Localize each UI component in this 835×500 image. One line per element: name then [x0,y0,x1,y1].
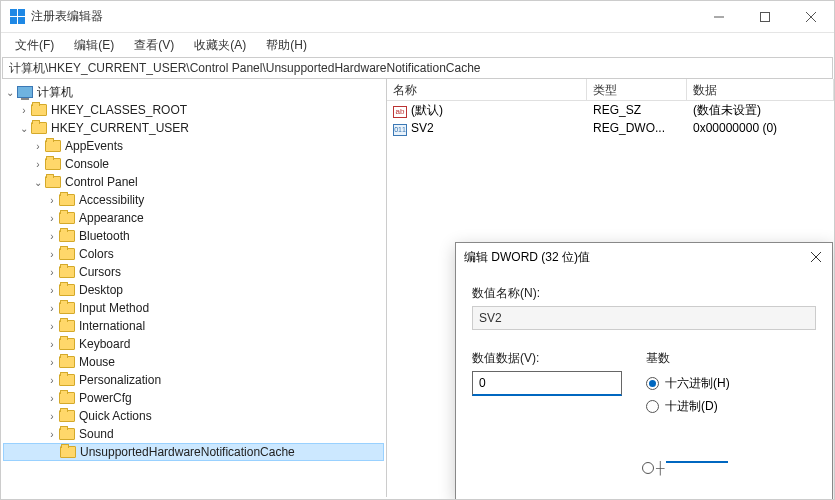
address-text: 计算机\HKEY_CURRENT_USER\Control Panel\Unsu… [9,60,481,77]
tree-node[interactable]: ›Sound [3,425,384,443]
chevron-right-icon[interactable]: › [45,411,59,422]
dialog-title: 编辑 DWORD (32 位)值 [464,249,800,266]
tree-node[interactable]: ›Appearance [3,209,384,227]
chevron-down-icon[interactable]: ⌄ [31,177,45,188]
col-data[interactable]: 数据 [687,79,834,100]
tree-label: Personalization [79,373,161,387]
menu-favorites[interactable]: 收藏夹(A) [186,35,254,56]
value-name-field[interactable]: SV2 [472,306,816,330]
chevron-right-icon[interactable]: › [45,267,59,278]
tree-node[interactable]: ›Accessibility [3,191,384,209]
tree-node[interactable]: ›PowerCfg [3,389,384,407]
menu-edit[interactable]: 编辑(E) [66,35,122,56]
edit-dword-dialog: 编辑 DWORD (32 位)值 数值名称(N): SV2 数值数据(V): 基… [455,242,833,500]
chevron-right-icon[interactable]: › [31,141,45,152]
tree-node-hkcr[interactable]: › HKEY_CLASSES_ROOT [3,101,384,119]
minimize-icon [714,12,724,22]
col-name[interactable]: 名称 [387,79,587,100]
chevron-right-icon[interactable]: › [45,231,59,242]
chevron-right-icon[interactable]: › [17,105,31,116]
window-title: 注册表编辑器 [31,8,103,25]
tree-node[interactable]: ›Personalization [3,371,384,389]
folder-icon [31,122,47,134]
tree-label: Mouse [79,355,115,369]
chevron-right-icon[interactable]: › [45,249,59,260]
minimize-button[interactable] [696,1,742,33]
tree-node[interactable]: ›AppEvents [3,137,384,155]
folder-icon [59,266,75,278]
tree-label: International [79,319,145,333]
list-row[interactable]: 011SV2REG_DWO...0x00000000 (0) [387,119,834,137]
address-bar[interactable]: 计算机\HKEY_CURRENT_USER\Control Panel\Unsu… [2,57,833,79]
close-button[interactable] [788,1,834,33]
chevron-right-icon[interactable]: › [45,303,59,314]
value-data-field[interactable] [472,371,622,396]
radix-dec-radio[interactable]: 十进制(D) [646,398,730,415]
tree-node[interactable]: ›Desktop [3,281,384,299]
folder-icon [59,410,75,422]
chevron-right-icon[interactable]: › [45,321,59,332]
tree-node[interactable]: ›Quick Actions [3,407,384,425]
tree-node[interactable]: ›Console [3,155,384,173]
tree-label: Quick Actions [79,409,152,423]
menu-file[interactable]: 文件(F) [7,35,62,56]
tree-node[interactable]: ›Colors [3,245,384,263]
radix-hex-radio[interactable]: 十六进制(H) [646,375,730,392]
chevron-right-icon[interactable]: › [45,339,59,350]
tree-panel[interactable]: ⌄ 计算机 › HKEY_CLASSES_ROOT ⌄ HKEY_CURRENT… [1,79,387,497]
tree-label: Cursors [79,265,121,279]
tree-node[interactable]: ›Bluetooth [3,227,384,245]
folder-icon [59,356,75,368]
chevron-right-icon[interactable]: › [45,213,59,224]
value-type: REG_SZ [587,102,687,118]
list-row[interactable]: ab(默认)REG_SZ(数值未设置) [387,101,834,119]
menu-view[interactable]: 查看(V) [126,35,182,56]
tree-label: HKEY_CURRENT_USER [51,121,189,135]
tree-label: Console [65,157,109,171]
chevron-right-icon[interactable]: › [31,159,45,170]
tree-node-computer[interactable]: ⌄ 计算机 [3,83,384,101]
folder-icon [45,176,61,188]
folder-icon [59,248,75,260]
folder-icon [59,212,75,224]
tree-label: Input Method [79,301,149,315]
close-icon [811,252,821,262]
tree-node[interactable]: ›Keyboard [3,335,384,353]
dword-value-icon: 011 [393,124,407,136]
chevron-right-icon[interactable]: › [45,393,59,404]
tree-label: PowerCfg [79,391,132,405]
tree-label: Sound [79,427,114,441]
tree-label: AppEvents [65,139,123,153]
tree-node-hkcu[interactable]: ⌄ HKEY_CURRENT_USER [3,119,384,137]
value-name: (默认) [411,103,443,117]
maximize-icon [760,12,770,22]
chevron-right-icon[interactable]: › [45,195,59,206]
value-data: (数值未设置) [687,101,834,120]
folder-icon [59,230,75,242]
tree-node[interactable]: ›International [3,317,384,335]
chevron-right-icon[interactable]: › [45,285,59,296]
value-type: REG_DWO... [587,120,687,136]
folder-icon [31,104,47,116]
chevron-right-icon[interactable]: › [45,357,59,368]
menu-help[interactable]: 帮助(H) [258,35,315,56]
maximize-button[interactable] [742,1,788,33]
radix-label: 基数 [646,350,730,367]
tree-label: Accessibility [79,193,144,207]
chevron-right-icon[interactable]: › [45,429,59,440]
chevron-right-icon[interactable]: › [45,375,59,386]
col-type[interactable]: 类型 [587,79,687,100]
chevron-down-icon[interactable]: ⌄ [17,123,31,134]
tree-node[interactable]: UnsupportedHardwareNotificationCache [3,443,384,461]
regedit-icon [9,9,25,25]
chevron-down-icon[interactable]: ⌄ [3,87,17,98]
tree-node[interactable]: ›Mouse [3,353,384,371]
folder-icon [45,140,61,152]
value-name-label: 数值名称(N): [472,285,816,302]
tree-node[interactable]: ›Cursors [3,263,384,281]
dialog-close-button[interactable] [800,243,832,271]
tree-label: UnsupportedHardwareNotificationCache [80,445,295,459]
tree-node[interactable]: ⌄Control Panel [3,173,384,191]
tree-node[interactable]: ›Input Method [3,299,384,317]
folder-icon [45,158,61,170]
